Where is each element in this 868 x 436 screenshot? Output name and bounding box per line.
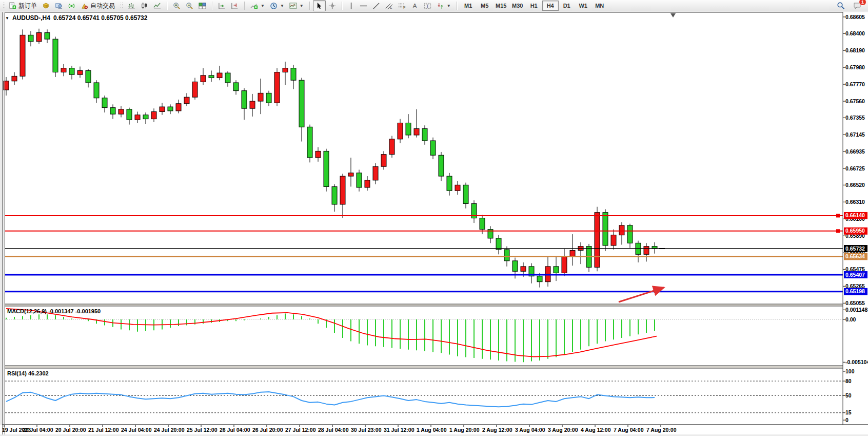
bar-chart-button[interactable] <box>125 0 138 11</box>
svg-text:0.68400: 0.68400 <box>845 30 865 36</box>
svg-text:4 Aug 12:00: 4 Aug 12:00 <box>581 427 611 433</box>
tile-windows-button[interactable] <box>196 0 209 11</box>
timeframe-button-M15[interactable]: M15 <box>493 1 509 11</box>
svg-text:T: T <box>426 3 428 8</box>
zoom-in-button[interactable] <box>170 0 183 11</box>
text-tool-button[interactable]: A <box>408 0 421 11</box>
crosshair-tool-button[interactable] <box>326 0 339 11</box>
new-order-button[interactable]: 新订单 <box>6 0 40 11</box>
svg-text:0.68605: 0.68605 <box>845 14 865 20</box>
cursor-icon <box>315 2 323 10</box>
templates-button[interactable]: ▼ <box>287 0 306 11</box>
zoom-out-button[interactable] <box>183 0 196 11</box>
auto-scroll-button[interactable] <box>215 0 228 11</box>
svg-text:30 Jul 23:00: 30 Jul 23:00 <box>351 427 382 433</box>
candlestick-chart-icon <box>141 2 148 10</box>
autotrade-button[interactable]: 自动交易 <box>78 0 117 11</box>
horizontal-line-icon <box>360 2 367 10</box>
cursor-tool-button[interactable] <box>313 0 326 11</box>
signal-button[interactable] <box>65 0 78 11</box>
timeframe-button-H1[interactable]: H1 <box>526 1 542 11</box>
svg-text:A: A <box>413 3 417 9</box>
svg-text:25 Jul 12:00: 25 Jul 12:00 <box>187 427 218 433</box>
timeframe-button-MN[interactable]: MN <box>591 1 608 11</box>
arrows-icon <box>437 2 444 10</box>
chevron-down-icon: ▼ <box>447 4 451 8</box>
horizontal-line-tool-button[interactable] <box>357 0 370 11</box>
indicators-button[interactable]: ▼ <box>248 0 267 11</box>
equidistant-channel-icon: E <box>385 2 393 10</box>
crosshair-icon <box>328 2 336 10</box>
timeframe-toolbar: M1M5M15M30H1H4D1W1MN <box>459 0 609 11</box>
candlestick-chart-button[interactable] <box>138 0 151 11</box>
chevron-down-icon: ▼ <box>280 4 284 8</box>
notifications-button[interactable]: 1 <box>851 0 864 11</box>
fibonacci-icon: F <box>398 2 406 10</box>
vertical-line-tool-button[interactable] <box>345 0 357 11</box>
mt4-window: 新订单 自动交易 <box>0 0 868 436</box>
zoom-out-icon <box>186 2 193 10</box>
favorites-button[interactable] <box>40 0 52 11</box>
svg-text:0.67145: 0.67145 <box>845 131 865 138</box>
timeframe-button-M5[interactable]: M5 <box>477 1 493 11</box>
toolbar-grip[interactable] <box>120 2 123 9</box>
auto-scroll-icon <box>218 2 226 10</box>
svg-text:0.65198: 0.65198 <box>845 288 865 294</box>
vertical-line-icon <box>348 2 354 10</box>
svg-text:26 Jul 04:00: 26 Jul 04:00 <box>220 427 250 433</box>
svg-text:0.66310: 0.66310 <box>845 199 865 205</box>
timeframe-button-M30[interactable]: M30 <box>509 1 526 11</box>
timeframe-button-H4[interactable]: H4 <box>542 1 559 11</box>
svg-text:100: 100 <box>845 368 855 374</box>
toolbar-grip[interactable] <box>3 2 5 9</box>
timeframe-button-D1[interactable]: D1 <box>559 1 575 11</box>
zoom-in-icon <box>173 2 181 10</box>
svg-text:20 Jul 04:00: 20 Jul 04:00 <box>23 427 53 433</box>
svg-text:0.65407: 0.65407 <box>845 272 865 278</box>
svg-text:50: 50 <box>845 392 852 399</box>
chart-area: 0.686050.684000.681900.679800.677700.675… <box>0 11 868 436</box>
svg-text:80: 80 <box>845 378 852 384</box>
trendline-icon <box>372 2 380 10</box>
market-watch-button[interactable] <box>52 0 65 11</box>
cube-icon <box>42 2 50 10</box>
label-tool-button[interactable]: T <box>421 0 434 11</box>
periods-button[interactable]: ▼ <box>267 0 287 11</box>
line-chart-button[interactable] <box>151 0 164 11</box>
svg-text:0.67980: 0.67980 <box>845 64 865 70</box>
chart-shift-button[interactable] <box>228 0 241 11</box>
svg-text:0.67770: 0.67770 <box>845 81 865 87</box>
svg-text:0: 0 <box>845 417 849 423</box>
svg-text:27 Jul 12:00: 27 Jul 12:00 <box>285 427 316 433</box>
svg-text:0.66725: 0.66725 <box>845 165 865 172</box>
fibonacci-tool-button[interactable]: F <box>396 0 408 11</box>
trendline-tool-button[interactable] <box>370 0 383 11</box>
arrows-tool-button[interactable]: ▼ <box>434 0 453 11</box>
svg-text:0.65634: 0.65634 <box>845 253 865 259</box>
chart-canvas[interactable]: 0.686050.684000.681900.679800.677700.675… <box>0 11 868 436</box>
chevron-down-icon: ▼ <box>261 4 265 8</box>
search-button[interactable] <box>834 0 847 11</box>
autotrade-label: 自动交易 <box>90 2 115 10</box>
new-order-label: 新订单 <box>18 2 37 10</box>
timeframe-button-M1[interactable]: M1 <box>460 1 477 11</box>
notification-badge: 1 <box>859 0 866 6</box>
channel-tool-button[interactable]: E <box>383 0 396 11</box>
timeframe-button-W1[interactable]: W1 <box>575 1 591 11</box>
svg-text:2 Aug 12:00: 2 Aug 12:00 <box>482 427 512 433</box>
signal-icon <box>68 2 75 10</box>
svg-text:0.66520: 0.66520 <box>845 182 865 188</box>
svg-text:20 Jul 20:00: 20 Jul 20:00 <box>55 427 86 433</box>
svg-text:0.65732: 0.65732 <box>845 245 865 252</box>
template-icon <box>289 2 297 10</box>
svg-text:0.67560: 0.67560 <box>845 98 865 104</box>
clock-icon <box>270 2 278 10</box>
new-order-icon <box>9 2 16 10</box>
svg-text:28 Jul 04:00: 28 Jul 04:00 <box>318 427 349 433</box>
text-icon: A <box>411 2 419 10</box>
chart-shift-icon <box>231 2 239 10</box>
svg-text:1 Aug 20:00: 1 Aug 20:00 <box>449 427 480 433</box>
svg-text:-0.005104: -0.005104 <box>845 359 868 365</box>
svg-text:3 Aug 04:00: 3 Aug 04:00 <box>515 427 545 433</box>
chevron-down-icon: ▼ <box>300 4 304 8</box>
